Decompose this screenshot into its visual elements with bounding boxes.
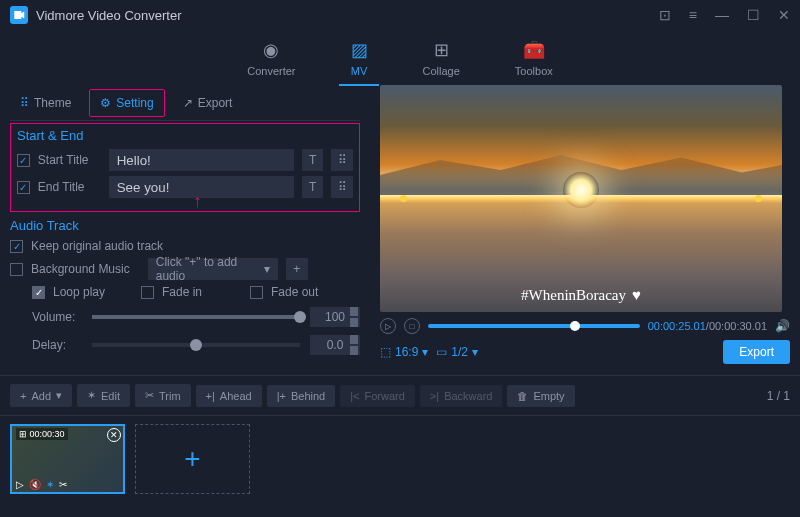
feedback-icon[interactable]: ⊡ bbox=[659, 7, 671, 23]
remove-clip-button[interactable]: ✕ bbox=[107, 428, 121, 442]
ahead-icon: +| bbox=[206, 390, 215, 402]
scissors-icon: ✂ bbox=[145, 389, 154, 402]
close-icon[interactable]: ✕ bbox=[778, 7, 790, 23]
clip-thumbnails: ⊞ 00:00:30 ✕ ▷ 🔇 ✶ ✂ + bbox=[0, 416, 800, 502]
gear-icon: ⚙ bbox=[100, 96, 111, 110]
toolbox-icon: 🧰 bbox=[523, 39, 545, 61]
start-title-input[interactable] bbox=[109, 149, 294, 171]
app-logo bbox=[10, 6, 28, 24]
heart-icon: ♥ bbox=[632, 287, 641, 304]
top-nav: ◉Converter ▨MV ⊞Collage 🧰Toolbox bbox=[0, 30, 800, 85]
end-title-checkbox[interactable] bbox=[17, 181, 30, 194]
end-title-label: End Title bbox=[38, 180, 101, 194]
behind-icon: |+ bbox=[277, 390, 286, 402]
volume-slider[interactable] bbox=[92, 315, 300, 319]
cut-icon[interactable]: ✂ bbox=[59, 479, 67, 490]
theme-icon: ⠿ bbox=[20, 96, 29, 110]
page-indicator: 1 / 1 bbox=[767, 389, 790, 403]
zoom-select[interactable]: ▭1/2▾ bbox=[436, 345, 478, 359]
playback-controls: ▷ □ 00:00:25.01/00:00:30.01 🔊 bbox=[380, 318, 790, 334]
mv-icon: ▨ bbox=[351, 39, 368, 61]
behind-button[interactable]: |+Behind bbox=[267, 385, 336, 407]
tab-setting[interactable]: ⚙Setting bbox=[89, 89, 164, 117]
clip-toolbar: +Add▾ ✶Edit ✂Trim +|Ahead |+Behind |<For… bbox=[0, 375, 800, 416]
edit-button[interactable]: ✶Edit bbox=[77, 384, 130, 407]
start-title-label: Start Title bbox=[38, 153, 101, 167]
stop-button[interactable]: □ bbox=[404, 318, 420, 334]
effects-icon[interactable]: ✶ bbox=[46, 479, 54, 490]
zoom-icon: ▭ bbox=[436, 345, 447, 359]
bg-music-checkbox[interactable] bbox=[10, 263, 23, 276]
add-clip-button[interactable]: + bbox=[135, 424, 250, 494]
volume-icon[interactable]: 🔊 bbox=[775, 319, 790, 333]
nav-mv[interactable]: ▨MV bbox=[351, 39, 368, 77]
chevron-down-icon: ▾ bbox=[472, 345, 478, 359]
annotation-arrow: ↑ bbox=[193, 191, 202, 212]
nav-converter[interactable]: ◉Converter bbox=[247, 39, 295, 77]
add-button[interactable]: +Add▾ bbox=[10, 384, 72, 407]
ahead-button[interactable]: +|Ahead bbox=[196, 385, 262, 407]
aspect-icon: ⬚ bbox=[380, 345, 391, 359]
plus-icon: + bbox=[20, 390, 26, 402]
grid-icon[interactable]: ⠿ bbox=[331, 149, 353, 171]
aspect-ratio-select[interactable]: ⬚16:9▾ bbox=[380, 345, 428, 359]
maximize-icon[interactable]: ☐ bbox=[747, 7, 760, 23]
mute-icon[interactable]: 🔇 bbox=[29, 479, 41, 490]
delay-label: Delay: bbox=[32, 338, 82, 352]
nav-collage[interactable]: ⊞Collage bbox=[423, 39, 460, 77]
window-controls: ⊡ ≡ — ☐ ✕ bbox=[659, 7, 790, 23]
clip-thumbnail[interactable]: ⊞ 00:00:30 ✕ ▷ 🔇 ✶ ✂ bbox=[10, 424, 125, 494]
settings-panel: ⠿Theme ⚙Setting ↗Export Start & End Star… bbox=[0, 85, 370, 375]
export-icon: ↗ bbox=[183, 96, 193, 110]
text-style-icon[interactable]: T bbox=[302, 149, 324, 171]
crop-handle[interactable] bbox=[400, 195, 407, 202]
trim-button[interactable]: ✂Trim bbox=[135, 384, 191, 407]
audio-title: Audio Track bbox=[10, 218, 360, 233]
fadeout-checkbox[interactable] bbox=[250, 286, 263, 299]
volume-value[interactable]: 100 bbox=[310, 307, 360, 327]
start-end-title: Start & End bbox=[17, 128, 353, 143]
text-style-icon[interactable]: T bbox=[302, 176, 324, 198]
converter-icon: ◉ bbox=[263, 39, 279, 61]
overlay-text: #WheninBoracay♥ bbox=[521, 287, 641, 304]
keep-audio-checkbox[interactable] bbox=[10, 240, 23, 253]
video-preview[interactable]: #WheninBoracay♥ bbox=[380, 85, 782, 312]
forward-button[interactable]: |<Forward bbox=[340, 385, 415, 407]
wand-icon: ✶ bbox=[87, 389, 96, 402]
preview-panel: #WheninBoracay♥ ▷ □ 00:00:25.01/00:00:30… bbox=[370, 85, 800, 375]
bg-music-label: Background Music bbox=[31, 262, 130, 276]
start-title-checkbox[interactable] bbox=[17, 154, 30, 167]
minimize-icon[interactable]: — bbox=[715, 7, 729, 23]
play-icon[interactable]: ▷ bbox=[16, 479, 24, 490]
clip-action-icons: ▷ 🔇 ✶ ✂ bbox=[16, 479, 67, 490]
preview-options: ⬚16:9▾ ▭1/2▾ Export bbox=[380, 340, 790, 364]
grid-icon[interactable]: ⠿ bbox=[331, 176, 353, 198]
play-button[interactable]: ▷ bbox=[380, 318, 396, 334]
fadein-checkbox[interactable] bbox=[141, 286, 154, 299]
export-button[interactable]: Export bbox=[723, 340, 790, 364]
backward-button[interactable]: >|Backward bbox=[420, 385, 503, 407]
fadeout-label: Fade out bbox=[271, 285, 318, 299]
delay-value[interactable]: 0.0 bbox=[310, 335, 360, 355]
nav-toolbox[interactable]: 🧰Toolbox bbox=[515, 39, 553, 77]
add-audio-button[interactable]: + bbox=[286, 258, 308, 280]
film-icon: ⊞ bbox=[19, 429, 27, 439]
crop-handle[interactable] bbox=[755, 195, 762, 202]
loop-label: Loop play bbox=[53, 285, 133, 299]
menu-icon[interactable]: ≡ bbox=[689, 7, 697, 23]
empty-button[interactable]: 🗑Empty bbox=[507, 385, 574, 407]
progress-bar[interactable] bbox=[428, 324, 640, 328]
bg-music-select[interactable]: Click "+" to add audio▾ bbox=[148, 258, 278, 280]
left-tabs: ⠿Theme ⚙Setting ↗Export bbox=[10, 85, 360, 121]
tab-theme[interactable]: ⠿Theme bbox=[10, 90, 81, 116]
chevron-down-icon: ▾ bbox=[56, 389, 62, 402]
timecode: 00:00:25.01/00:00:30.01 bbox=[648, 320, 767, 332]
tab-export[interactable]: ↗Export bbox=[173, 90, 243, 116]
fadein-label: Fade in bbox=[162, 285, 242, 299]
keep-audio-label: Keep original audio track bbox=[31, 239, 163, 253]
delay-slider[interactable] bbox=[92, 343, 300, 347]
volume-label: Volume: bbox=[32, 310, 82, 324]
loop-checkbox[interactable] bbox=[32, 286, 45, 299]
trash-icon: 🗑 bbox=[517, 390, 528, 402]
titlebar: Vidmore Video Converter ⊡ ≡ — ☐ ✕ bbox=[0, 0, 800, 30]
